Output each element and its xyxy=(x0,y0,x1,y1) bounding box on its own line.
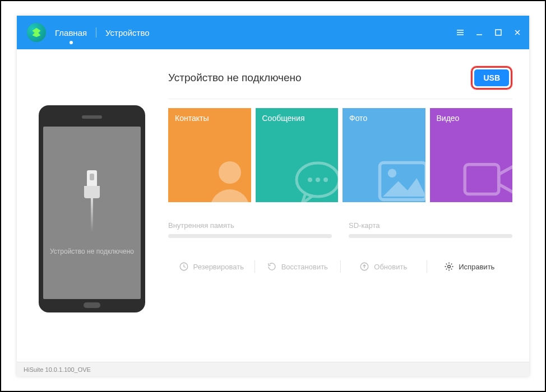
minimize-icon[interactable] xyxy=(475,29,483,36)
tile-video-label: Видео xyxy=(437,114,460,123)
storage-internal-bar xyxy=(168,234,332,238)
app-logo xyxy=(27,23,46,42)
title-row: Устройство не подключено USB xyxy=(168,66,512,99)
storage-internal: Внутренняя память xyxy=(168,221,332,238)
video-icon xyxy=(457,147,512,202)
tab-home-label: Главная xyxy=(55,28,87,38)
page-title: Устройство не подключено xyxy=(168,72,302,84)
tile-video[interactable]: Видео xyxy=(430,108,513,202)
action-fix-label: Исправить xyxy=(459,263,494,271)
svg-point-4 xyxy=(316,178,320,182)
action-restore[interactable]: Восстановить xyxy=(255,258,341,275)
gear-icon xyxy=(444,262,454,272)
svg-rect-0 xyxy=(496,30,501,35)
tile-contacts-label: Контакты xyxy=(175,114,209,123)
phone-screen: Устройство не подключено xyxy=(43,127,141,299)
contacts-icon xyxy=(202,153,251,202)
usb-button[interactable]: USB xyxy=(474,69,509,86)
storage-internal-label: Внутренняя память xyxy=(168,221,332,230)
action-update[interactable]: Обновить xyxy=(340,258,427,275)
action-fix[interactable]: Исправить xyxy=(427,258,513,275)
tile-contacts[interactable]: Контакты xyxy=(168,108,251,202)
messages-icon xyxy=(289,153,338,202)
storage-sd: SD-карта xyxy=(349,221,512,238)
usb-plug-icon xyxy=(81,170,103,232)
svg-point-3 xyxy=(308,178,312,182)
version-text: HiSuite 10.0.1.100_OVE xyxy=(24,366,91,373)
action-restore-label: Восстановить xyxy=(281,263,328,271)
title-bar: Главная Устройство xyxy=(17,16,529,49)
tile-photo[interactable]: Фото xyxy=(343,108,425,202)
main-panel: Устройство не подключено USB Контакты Со… xyxy=(168,66,512,352)
phone-mockup: Устройство не подключено xyxy=(39,105,145,312)
main-content: Устройство не подключено Устройство не п… xyxy=(17,49,529,362)
action-update-label: Обновить xyxy=(374,263,407,271)
storage-sd-bar xyxy=(349,234,512,238)
svg-point-5 xyxy=(323,178,328,182)
tab-home[interactable]: Главная xyxy=(55,22,87,43)
nav-separator xyxy=(96,27,96,38)
action-backup[interactable]: Резервировать xyxy=(168,258,255,275)
phone-home-button xyxy=(84,302,100,308)
window-controls xyxy=(456,16,521,49)
action-row: Резервировать Восстановить Обновить Испр… xyxy=(168,258,512,275)
tab-device[interactable]: Устройство xyxy=(105,22,149,43)
tab-device-label: Устройство xyxy=(105,28,149,38)
backup-icon xyxy=(179,262,189,272)
category-tiles: Контакты Сообщения Фото Видео xyxy=(168,108,512,202)
restore-icon xyxy=(267,262,277,272)
close-icon[interactable] xyxy=(513,29,521,36)
tile-messages-label: Сообщения xyxy=(262,114,305,123)
storage-sd-label: SD-карта xyxy=(349,221,512,230)
phone-panel: Устройство не подключено xyxy=(34,66,150,352)
nav-tabs: Главная Устройство xyxy=(55,22,150,43)
menu-icon[interactable] xyxy=(456,29,464,36)
update-icon xyxy=(359,262,369,272)
svg-point-11 xyxy=(448,265,451,268)
svg-point-7 xyxy=(387,169,396,178)
maximize-icon[interactable] xyxy=(494,29,502,36)
usb-button-highlight: USB xyxy=(471,66,512,90)
app-window: Главная Устройство Устройство не по xyxy=(17,16,529,376)
status-bar: HiSuite 10.0.1.100_OVE xyxy=(17,362,529,376)
tile-messages[interactable]: Сообщения xyxy=(256,108,339,202)
tile-photo-label: Фото xyxy=(349,114,367,123)
svg-point-1 xyxy=(219,161,241,184)
photo-icon xyxy=(371,147,425,202)
phone-status-text: Устройство не подключено xyxy=(50,248,134,255)
storage-section: Внутренняя память SD-карта xyxy=(168,221,512,238)
svg-rect-8 xyxy=(465,165,499,194)
action-backup-label: Резервировать xyxy=(193,263,244,271)
